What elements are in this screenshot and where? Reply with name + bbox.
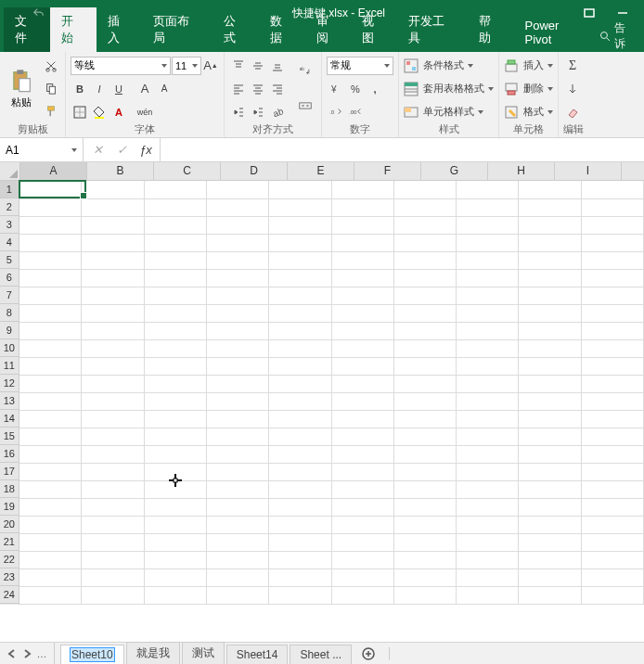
cell[interactable] [19, 375, 82, 392]
cell[interactable] [269, 428, 331, 445]
cell[interactable] [519, 586, 581, 604]
cell[interactable] [331, 198, 393, 216]
cell[interactable] [519, 251, 581, 269]
row-header[interactable]: 7 [0, 287, 19, 304]
cell[interactable] [144, 357, 206, 375]
tab-formulas[interactable]: 公式 [213, 7, 259, 52]
cell[interactable] [82, 251, 144, 269]
cell[interactable] [144, 216, 206, 234]
format-cells-button[interactable]: 格式 [504, 105, 553, 120]
cell[interactable] [457, 304, 519, 322]
increase-font-button[interactable]: A [135, 80, 154, 98]
row-header[interactable]: 10 [0, 339, 19, 357]
tab-power-pivot[interactable]: Power Pivot [514, 13, 600, 52]
cell[interactable] [457, 568, 519, 586]
select-all-corner[interactable] [0, 162, 20, 180]
cell[interactable] [581, 463, 643, 480]
cell[interactable] [269, 568, 331, 586]
cell[interactable] [206, 480, 268, 498]
format-painter-button[interactable] [42, 102, 60, 121]
tab-developer[interactable]: 开发工具 [397, 7, 468, 52]
cell[interactable] [206, 234, 268, 251]
cell[interactable] [269, 392, 331, 410]
cell[interactable] [19, 410, 82, 428]
cell[interactable] [82, 375, 144, 392]
cell[interactable] [331, 322, 393, 339]
row-header[interactable]: 12 [0, 375, 19, 392]
cell[interactable] [19, 480, 82, 498]
column-header[interactable]: A [20, 162, 87, 180]
cell[interactable] [269, 533, 331, 551]
cell[interactable] [519, 287, 581, 304]
cell[interactable] [519, 198, 581, 216]
increase-decimal-icon[interactable]: .0 [327, 103, 345, 121]
cell[interactable] [331, 216, 393, 234]
cell[interactable] [206, 410, 268, 428]
cell[interactable] [206, 498, 268, 516]
cell[interactable] [393, 375, 456, 392]
row-header[interactable]: 17 [0, 463, 19, 480]
cell[interactable] [393, 251, 456, 269]
merge-button[interactable] [294, 96, 316, 115]
cell[interactable] [206, 181, 268, 198]
cell[interactable] [519, 410, 581, 428]
cell[interactable] [269, 480, 331, 498]
row-header[interactable]: 3 [0, 216, 19, 234]
cell[interactable] [393, 234, 456, 251]
cell[interactable] [144, 410, 206, 428]
cell[interactable] [269, 586, 331, 604]
cell[interactable] [581, 287, 643, 304]
cell[interactable] [144, 339, 206, 357]
cell[interactable] [269, 516, 331, 533]
row-header[interactable]: 21 [0, 533, 19, 551]
cell[interactable] [393, 480, 456, 498]
sheet-tab[interactable]: 就是我 [126, 642, 180, 664]
cell[interactable] [519, 445, 581, 463]
row-header[interactable]: 9 [0, 322, 19, 339]
sheet-nav-prev-icon[interactable] [6, 647, 19, 660]
cell[interactable] [393, 533, 456, 551]
fill-color-button[interactable] [90, 103, 109, 121]
cell[interactable] [581, 410, 643, 428]
sheet-tab[interactable]: 测试 [182, 642, 225, 664]
cell[interactable] [19, 251, 82, 269]
cell[interactable] [269, 216, 331, 234]
row-header[interactable]: 24 [0, 586, 19, 604]
column-header[interactable]: E [288, 162, 354, 180]
column-header[interactable]: I [555, 162, 622, 180]
cell[interactable] [331, 516, 393, 533]
phonetic-button[interactable]: wén [135, 103, 154, 121]
cell[interactable] [331, 287, 393, 304]
cell[interactable] [269, 551, 331, 568]
cell[interactable] [82, 357, 144, 375]
row-header[interactable]: 15 [0, 428, 19, 445]
cell[interactable] [82, 445, 144, 463]
cell[interactable] [82, 480, 144, 498]
font-size-dropdown[interactable]: 11 [172, 57, 201, 75]
row-header[interactable]: 11 [0, 357, 19, 375]
borders-button[interactable] [71, 103, 89, 121]
delete-cells-button[interactable]: 删除 [504, 82, 553, 96]
cell[interactable] [269, 234, 331, 251]
cell[interactable] [457, 533, 519, 551]
tab-view[interactable]: 视图 [351, 7, 397, 52]
underline-button[interactable]: U [109, 80, 128, 98]
cell[interactable] [19, 304, 82, 322]
cell[interactable] [393, 586, 456, 604]
column-header[interactable]: H [488, 162, 555, 180]
cell[interactable] [581, 428, 643, 445]
cell[interactable] [519, 533, 581, 551]
column-header[interactable]: G [421, 162, 488, 180]
row-header[interactable]: 2 [0, 198, 19, 216]
sheet-tab[interactable]: Sheet ... [290, 645, 352, 664]
row-header[interactable]: 16 [0, 445, 19, 463]
cell[interactable] [519, 375, 581, 392]
cell[interactable] [457, 428, 519, 445]
tab-review[interactable]: 审阅 [305, 7, 352, 52]
orientation-icon[interactable]: ab [268, 103, 287, 121]
column-header[interactable]: B [87, 162, 154, 180]
clear-button[interactable] [563, 103, 582, 121]
cell[interactable] [581, 480, 643, 498]
italic-button[interactable]: I [90, 80, 109, 98]
cell[interactable] [331, 498, 393, 516]
